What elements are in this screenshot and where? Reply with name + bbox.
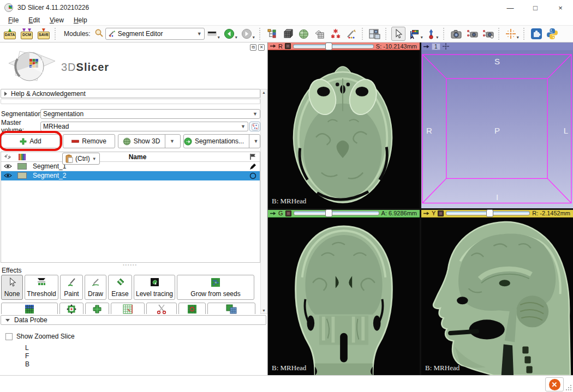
load-data-button[interactable]: ▲ DATA xyxy=(2,27,17,41)
green-slice-header[interactable]: G A: 6.9286mm xyxy=(268,210,420,218)
error-log-button[interactable]: ✕ xyxy=(545,377,564,391)
show-zoomed-slice-row[interactable]: Show Zoomed Slice xyxy=(5,333,75,340)
add-segment-button[interactable]: Add xyxy=(1,134,60,148)
help-acknowledgement-section[interactable]: Help & Acknowledgement xyxy=(1,89,260,98)
threed-view-number: 1 xyxy=(432,43,440,50)
master-volume-selector[interactable]: MRHead ▼ xyxy=(40,122,248,131)
panel-scrollbar[interactable]: ▲ ▼ xyxy=(260,89,267,314)
module-search-icon[interactable] xyxy=(94,28,104,39)
chevron-down-icon[interactable]: ▼ xyxy=(168,138,176,144)
effect-none-button[interactable]: None xyxy=(1,275,23,300)
pin-icon[interactable] xyxy=(270,211,276,216)
effect-level-tracing-button[interactable]: Level tracing xyxy=(134,275,175,300)
place-markup-button[interactable]: ▾ xyxy=(426,27,440,41)
remove-segment-button[interactable]: Remove xyxy=(63,134,115,148)
slice-menu-icon[interactable] xyxy=(438,210,444,216)
status-column-icon[interactable] xyxy=(246,153,260,160)
segmentation-selector[interactable]: Segmentation ▼ xyxy=(40,109,260,119)
python-console-button[interactable] xyxy=(545,27,559,41)
scene-view-capture-button[interactable] xyxy=(465,27,479,41)
spin-view-icon[interactable] xyxy=(443,43,449,50)
slice-offset-slider[interactable] xyxy=(294,211,379,215)
scroll-up-icon[interactable]: ▲ xyxy=(261,91,267,94)
slice-offset-slider[interactable] xyxy=(446,211,530,215)
popout-panel-icon[interactable]: ⧉ xyxy=(250,44,256,51)
menu-edit[interactable]: Edit xyxy=(23,16,45,25)
chevron-down-icon[interactable]: ▼ xyxy=(252,138,260,144)
window-level-tool-button[interactable]: ▾ xyxy=(407,27,424,41)
paste-ctrl-badge[interactable]: (Ctrl) ▼ xyxy=(62,153,100,165)
data-module-button[interactable] xyxy=(265,27,279,41)
effect-mask-volume-button[interactable] xyxy=(207,303,255,314)
effect-threshold-button[interactable]: Threshold xyxy=(25,275,58,300)
color-column-icon[interactable] xyxy=(14,154,29,160)
segment-row-2[interactable]: Segment_2 xyxy=(1,171,260,180)
pin-icon[interactable] xyxy=(423,211,429,216)
specify-geometry-button[interactable] xyxy=(249,122,260,131)
remove-label: Remove xyxy=(82,137,106,145)
scroll-down-icon[interactable]: ▼ xyxy=(261,309,267,312)
slice-menu-icon[interactable] xyxy=(285,210,291,216)
effect-grow-from-seeds-button[interactable]: Grow from seeds xyxy=(177,275,254,300)
slice-menu-icon[interactable] xyxy=(285,43,291,49)
annotations-module-button[interactable] xyxy=(344,27,359,41)
effect-paint-button[interactable]: Paint xyxy=(60,275,83,300)
visibility-column-icon[interactable] xyxy=(1,154,14,159)
back-button[interactable]: ▾ xyxy=(223,27,238,41)
effect-erase-button[interactable]: Erase xyxy=(108,275,132,300)
show-zoomed-slice-checkbox[interactable] xyxy=(5,333,13,340)
effect-smoothing-button[interactable] xyxy=(85,303,109,314)
layout-selector-button[interactable] xyxy=(368,27,382,41)
show-3d-button[interactable]: Show 3D ▼ xyxy=(118,134,181,148)
segment-name[interactable]: Segment_2 xyxy=(29,172,246,179)
visibility-eye-icon[interactable] xyxy=(1,164,14,169)
transforms-module-button[interactable] xyxy=(313,27,327,41)
effect-logical-operators-button[interactable] xyxy=(178,303,206,314)
markups-module-button[interactable] xyxy=(329,27,343,41)
yellow-slice-header[interactable]: Y R: -2.1452mm xyxy=(421,210,573,218)
segment-status-pencil-icon[interactable] xyxy=(246,163,260,170)
screenshot-button[interactable] xyxy=(449,27,463,41)
minimize-button[interactable]: — xyxy=(498,0,523,15)
threed-view-header[interactable]: 1 xyxy=(421,43,573,50)
extensions-manager-button[interactable] xyxy=(529,27,544,41)
effect-fill-between-slices-button[interactable] xyxy=(1,303,58,314)
save-button[interactable]: ▼ SAVE xyxy=(36,27,51,41)
segmentations-button[interactable]: Segmentations... ▼ xyxy=(183,134,260,148)
effect-scissors-button[interactable] xyxy=(146,303,177,314)
resize-grip[interactable] xyxy=(565,384,572,391)
red-slice-body[interactable]: B: MRHead xyxy=(268,50,420,208)
module-history-button[interactable]: ▾ xyxy=(206,27,221,41)
effect-draw-button[interactable]: Draw xyxy=(85,275,106,300)
yellow-slice-body[interactable]: B: MRHead xyxy=(421,218,573,376)
forward-button[interactable]: ▾ xyxy=(240,27,256,41)
menu-file[interactable]: File xyxy=(3,16,23,25)
menu-view[interactable]: View xyxy=(45,16,69,25)
dicom-button[interactable]: ▼▼ DCM xyxy=(19,27,34,41)
segment-status-circle-icon[interactable] xyxy=(246,172,260,179)
volume-rendering-button[interactable] xyxy=(281,27,295,41)
menu-help[interactable]: Help xyxy=(69,16,92,25)
slice-offset-slider[interactable] xyxy=(293,44,374,49)
close-button[interactable]: × xyxy=(548,0,573,15)
maximize-button[interactable]: □ xyxy=(523,0,548,15)
segment-color-swatch[interactable] xyxy=(17,172,27,179)
effect-islands-button[interactable] xyxy=(111,303,145,314)
segment-row-1[interactable]: Segment_1 xyxy=(1,162,260,171)
threed-view-body[interactable]: S R P L I xyxy=(421,50,573,208)
red-slice-header[interactable]: R S: -10.2143mm xyxy=(268,43,420,50)
segmentations-module-button[interactable] xyxy=(297,27,311,41)
segment-color-swatch[interactable] xyxy=(17,163,27,170)
effect-hollow-button[interactable] xyxy=(59,303,83,314)
scene-view-restore-button[interactable] xyxy=(481,27,495,41)
interaction-mode-cursor-button[interactable] xyxy=(391,27,405,41)
data-probe-section[interactable]: Data Probe xyxy=(1,315,266,325)
module-selector[interactable]: Segment Editor ▼ xyxy=(105,28,205,40)
pin-icon[interactable] xyxy=(270,44,276,49)
close-panel-icon[interactable]: ✕ xyxy=(258,44,265,51)
visibility-eye-icon[interactable] xyxy=(1,173,14,178)
panel-splitter[interactable]: •••••• xyxy=(0,263,260,267)
green-slice-body[interactable]: B: MRHead xyxy=(268,218,420,376)
crosshair-button[interactable]: ▾ xyxy=(504,27,520,41)
pin-icon[interactable] xyxy=(423,44,429,49)
